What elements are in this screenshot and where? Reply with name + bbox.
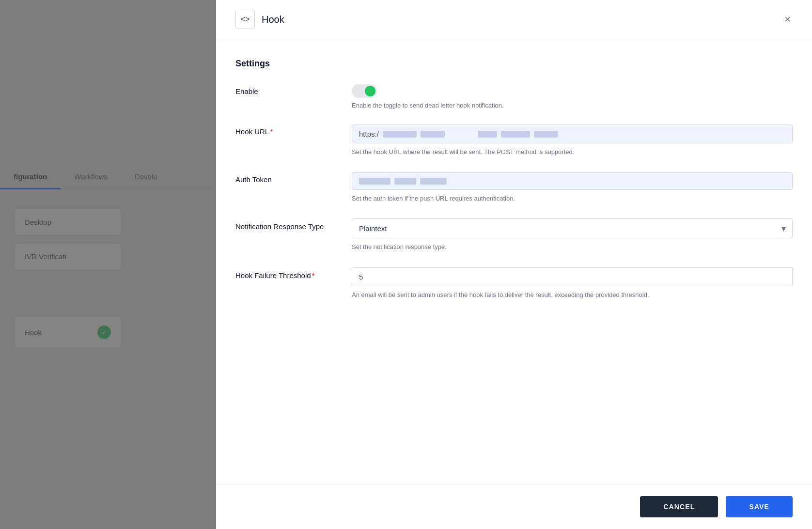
auth-token-input-wrapper (352, 172, 793, 190)
notification-type-control: Plaintext JSON XML ▾ Set the notificatio… (352, 218, 793, 252)
notification-type-label: Notification Response Type (235, 218, 332, 233)
settings-title: Settings (235, 59, 793, 69)
enable-description: Enable the toggle to send dead letter ho… (352, 102, 793, 109)
url-blur-5 (534, 131, 558, 138)
hook-url-row: Hook URL* https:/ Set the hook URL where… (235, 124, 793, 157)
auth-token-row: Auth Token Set the auth token if the pus… (235, 172, 793, 203)
hook-url-label: Hook URL* (235, 124, 332, 136)
modal-header: <> Hook × (216, 0, 812, 39)
url-blur-4 (501, 131, 530, 138)
modal-footer: CANCEL SAVE (216, 484, 812, 529)
toggle-container: Enable the toggle to send dead letter ho… (352, 84, 793, 109)
notification-type-select-wrap: Plaintext JSON XML ▾ (352, 218, 793, 238)
modal-content: Settings Enable Enable the toggle to sen… (216, 39, 812, 484)
hook-failure-control: An email will be sent to admin users if … (352, 267, 793, 300)
save-button[interactable]: SAVE (726, 496, 793, 517)
code-icon: <> (235, 10, 255, 29)
url-blur-1 (383, 131, 417, 138)
modal-header-left: <> Hook (235, 10, 284, 29)
hook-url-input-wrapper: https:/ (352, 124, 793, 143)
hook-url-prefix: https:/ (359, 130, 379, 138)
hook-url-description: Set the hook URL where the result will b… (352, 147, 793, 157)
auth-blur-1 (359, 178, 390, 185)
auth-token-description: Set the auth token if the push URL requi… (352, 194, 793, 203)
url-blur-3 (478, 131, 497, 138)
hook-failure-required: * (312, 271, 315, 280)
enable-label: Enable (235, 84, 332, 95)
auth-blur-2 (394, 178, 416, 185)
notification-type-row: Notification Response Type Plaintext JSO… (235, 218, 793, 252)
hook-url-required: * (270, 127, 273, 136)
toggle-knob (365, 86, 375, 96)
hook-failure-description: An email will be sent to admin users if … (352, 290, 793, 300)
enable-row: Enable Enable the toggle to send dead le… (235, 84, 793, 109)
hook-failure-row: Hook Failure Threshold* An email will be… (235, 267, 793, 300)
notification-type-select[interactable]: Plaintext JSON XML (352, 218, 793, 238)
close-button[interactable]: × (782, 12, 793, 27)
auth-blur-3 (420, 178, 447, 185)
cancel-button[interactable]: CANCEL (640, 496, 718, 517)
modal-title: Hook (262, 14, 284, 25)
auth-token-label: Auth Token (235, 172, 332, 184)
notification-type-description: Set the notification response type. (352, 242, 793, 252)
hook-url-control: https:/ Set the hook URL where the resul… (352, 124, 793, 157)
enable-control: Enable the toggle to send dead letter ho… (352, 84, 793, 109)
auth-token-control: Set the auth token if the push URL requi… (352, 172, 793, 203)
modal-panel: <> Hook × Settings Enable Enable the tog… (216, 0, 812, 529)
hook-failure-input[interactable] (352, 267, 793, 286)
enable-toggle[interactable] (352, 84, 377, 98)
hook-failure-label: Hook Failure Threshold* (235, 267, 332, 281)
url-blur-2 (421, 131, 445, 138)
